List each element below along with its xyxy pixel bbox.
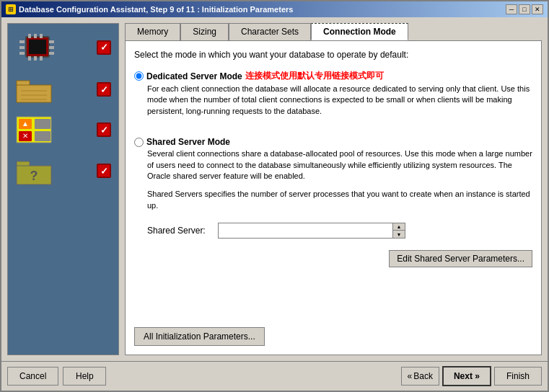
dedicated-radio[interactable] — [134, 71, 144, 81]
back-label: Back — [413, 371, 433, 381]
left-panel: ✓ ✓ — [7, 23, 119, 355]
maximize-button[interactable]: □ — [519, 4, 530, 14]
dedicated-server-section: Dedicated Server Mode 连接模式使用默认专用链接模式即可 F… — [134, 70, 532, 117]
title-bar: ⊞ Database Configuration Assistant, Step… — [1, 1, 548, 17]
checkmark-badge-3: ✓ — [97, 122, 111, 137]
tab-connection-mode[interactable]: Connection Mode — [311, 23, 408, 40]
next-label: Next — [454, 371, 473, 381]
svg-text:✕: ✕ — [22, 132, 28, 140]
right-panel: Memory Sizing Character Sets Connection … — [125, 23, 542, 355]
shared-server-input[interactable] — [219, 223, 392, 238]
svg-rect-7 — [40, 56, 43, 61]
main-window: ⊞ Database Configuration Assistant, Step… — [0, 0, 549, 392]
bottom-right-buttons: « Back Next » Finish — [401, 366, 542, 386]
left-item-folder1: ✓ — [15, 75, 111, 104]
svg-rect-2 — [28, 34, 31, 38]
left-item-settings: ▲ ✕ ✓ — [15, 115, 111, 144]
spinner-up-button[interactable]: ▲ — [393, 223, 405, 231]
svg-text:?: ? — [30, 169, 38, 183]
next-button[interactable]: Next » — [442, 366, 491, 386]
left-item-folder2: ? ✓ — [15, 156, 111, 186]
spinner-buttons: ▲ ▼ — [392, 223, 405, 238]
checkmark-badge-1: ✓ — [97, 40, 111, 55]
shared-mode-description1: Several client connections share a datab… — [147, 148, 532, 182]
all-initialization-params-button[interactable]: All Initialization Parameters... — [134, 327, 265, 346]
back-button[interactable]: « Back — [401, 367, 439, 386]
help-button[interactable]: Help — [63, 367, 106, 386]
tab-sizing[interactable]: Sizing — [180, 23, 229, 40]
next-arrow: » — [475, 371, 480, 381]
svg-rect-6 — [34, 56, 37, 61]
all-params-row: All Initialization Parameters... — [134, 321, 532, 346]
svg-rect-25 — [35, 131, 50, 141]
finish-button[interactable]: Finish — [494, 367, 542, 386]
title-bar-left: ⊞ Database Configuration Assistant, Step… — [6, 4, 293, 14]
tabs-row: Memory Sizing Character Sets Connection … — [125, 23, 542, 40]
dedicated-mode-label: Dedicated Server Mode — [146, 71, 242, 81]
shared-radio-row: Shared Server Mode — [134, 137, 532, 147]
checkmark-badge-2: ✓ — [97, 82, 111, 97]
svg-rect-1 — [29, 40, 46, 54]
shared-server-label: Shared Server: — [147, 226, 212, 236]
title-bar-buttons: ─ □ ✕ — [506, 4, 543, 14]
svg-rect-4 — [40, 34, 43, 38]
svg-rect-13 — [49, 52, 54, 55]
svg-rect-11 — [49, 40, 54, 43]
dedicated-radio-row: Dedicated Server Mode 连接模式使用默认专用链接模式即可 — [134, 70, 532, 82]
back-arrow: « — [408, 371, 413, 381]
shared-server-row: Shared Server: ▲ ▼ — [147, 223, 532, 239]
checkmark-badge-4: ✓ — [97, 164, 111, 178]
svg-rect-9 — [19, 46, 25, 49]
tab-character-sets[interactable]: Character Sets — [229, 23, 311, 40]
description-text: Select the mode in which you want your d… — [134, 50, 532, 60]
shared-server-section: Shared Server Mode Several client connec… — [134, 137, 532, 211]
svg-rect-5 — [28, 56, 31, 61]
svg-rect-3 — [34, 34, 37, 38]
bottom-bar: Cancel Help « Back Next » Finish — [1, 361, 548, 391]
svg-rect-8 — [19, 40, 25, 43]
edit-shared-server-button[interactable]: Edit Shared Server Parameters... — [389, 250, 532, 267]
window-content: ✓ ✓ — [1, 17, 548, 361]
shared-radio[interactable] — [134, 138, 144, 147]
app-icon: ⊞ — [6, 4, 16, 14]
bottom-left-buttons: Cancel Help — [7, 367, 106, 386]
left-item-chip: ✓ — [15, 31, 111, 63]
shared-mode-description2: Shared Servers specifies the number of s… — [147, 189, 532, 211]
svg-rect-10 — [19, 52, 25, 55]
svg-rect-12 — [49, 46, 54, 49]
shared-mode-label: Shared Server Mode — [146, 137, 230, 147]
spinner-down-button[interactable]: ▼ — [393, 231, 405, 238]
edit-shared-row: Edit Shared Server Parameters... — [134, 246, 532, 267]
shared-server-input-wrapper: ▲ ▼ — [218, 223, 405, 239]
svg-rect-22 — [35, 119, 50, 129]
tab-memory[interactable]: Memory — [125, 23, 180, 40]
chinese-annotation: 连接模式使用默认专用链接模式即可 — [245, 70, 384, 82]
dedicated-mode-description: For each client connection the database … — [147, 84, 532, 117]
window-title: Database Configuration Assistant, Step 9… — [19, 5, 293, 14]
cancel-button[interactable]: Cancel — [7, 367, 58, 386]
svg-text:▲: ▲ — [22, 120, 29, 128]
chip-icon — [15, 31, 58, 63]
minimize-button[interactable]: ─ — [506, 4, 517, 14]
section-divider — [134, 124, 532, 130]
close-button[interactable]: ✕ — [532, 4, 543, 14]
tab-content: Select the mode in which you want your d… — [125, 40, 542, 355]
